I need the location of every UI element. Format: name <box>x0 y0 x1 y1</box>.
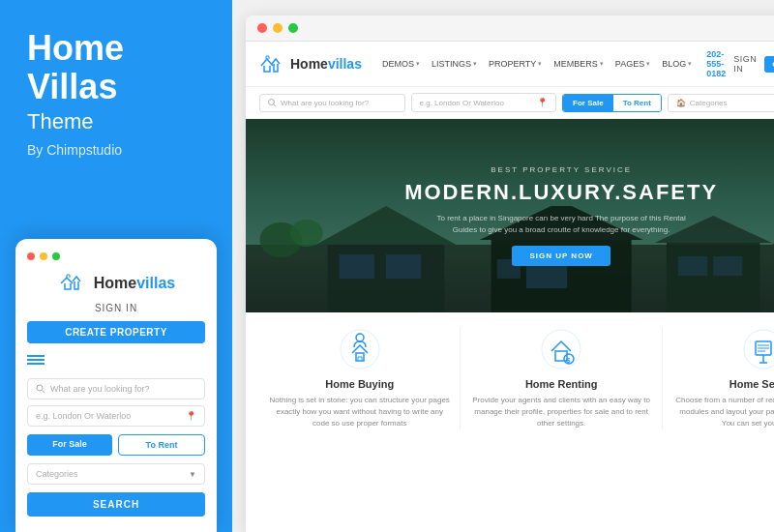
mobile-search-button[interactable]: SEARCH <box>27 492 205 517</box>
chevron-down-icon: ▾ <box>600 60 604 68</box>
nav-demos[interactable]: DEMOS ▾ <box>377 56 425 72</box>
mobile-create-property-button[interactable]: CREATE PROPERTY <box>27 321 205 343</box>
browser-minimize-dot[interactable] <box>273 23 283 33</box>
hero-cta-button[interactable]: SIGN UP NOW <box>512 246 610 266</box>
chevron-down-icon: ▾ <box>416 60 420 68</box>
for-sale-tab[interactable]: For Sale <box>563 95 613 111</box>
mobile-search-input[interactable]: What are you looking for? <box>27 378 205 399</box>
chevron-down-icon: ▼ <box>189 470 196 479</box>
browser-window: Homevillas DEMOS ▾ LISTINGS ▾ PROPERTY ▾… <box>246 15 774 532</box>
theme-title: HomeVillas <box>27 29 205 105</box>
feature-renting-title: Home Renting <box>525 378 598 390</box>
cat-icon: 🏠 <box>676 99 686 107</box>
feature-home-buying: Home Buying Nothing is set in stone: you… <box>259 328 461 429</box>
svg-line-1 <box>43 391 45 394</box>
home-selling-icon <box>742 328 774 370</box>
nav-listings[interactable]: LISTINGS ▾ <box>427 56 482 72</box>
signin-link[interactable]: SIGN IN <box>733 54 757 74</box>
sale-rent-tab-group: For Sale To Rent <box>562 94 662 112</box>
home-renting-icon: $ <box>540 328 582 370</box>
nav-links: DEMOS ▾ LISTINGS ▾ PROPERTY ▾ MEMBERS ▾ … <box>377 56 697 72</box>
browser-titlebar <box>246 15 774 42</box>
features-section: Home Buying Nothing is set in stone: you… <box>246 312 774 439</box>
window-dots <box>27 252 205 260</box>
nav-members[interactable]: MEMBERS ▾ <box>549 56 609 72</box>
site-navbar: Homevillas DEMOS ▾ LISTINGS ▾ PROPERTY ▾… <box>246 42 774 87</box>
phone-number: 202-555-0182 <box>706 49 726 78</box>
svg-text:$: $ <box>567 357 571 365</box>
mobile-to-rent-tab[interactable]: To Rent <box>118 434 205 456</box>
browser-close-dot[interactable] <box>257 23 267 33</box>
site-logo-text: Homevillas <box>290 56 362 72</box>
hero-section: BEST PROPERTY SERVICE MODERN.LUXURY.SAFE… <box>246 119 774 312</box>
to-rent-tab[interactable]: To Rent <box>613 95 661 111</box>
svg-point-30 <box>744 330 774 369</box>
nav-right: 202-555-0182 SIGN IN CREATE PROPERTY <box>706 49 774 78</box>
svg-point-26 <box>542 330 580 369</box>
mobile-search-placeholder: What are you looking for? <box>50 384 150 394</box>
mobile-mockup: Homevillas SIGN IN CREATE PROPERTY What … <box>15 239 217 532</box>
feature-selling-desc: Choose from a number of redesigned Page … <box>672 395 774 429</box>
close-dot <box>27 252 35 260</box>
mobile-categories-label: Categories <box>36 469 78 479</box>
svg-point-24 <box>356 334 364 341</box>
feature-buying-desc: Nothing is set in stone: you can structu… <box>269 395 450 429</box>
mobile-location-input[interactable]: e.g. London Or Waterloo 📍 <box>27 405 205 427</box>
mobile-logo-text: Homevillas <box>94 275 175 292</box>
chevron-down-icon: ▾ <box>646 60 650 68</box>
chevron-down-icon: ▾ <box>473 60 477 68</box>
location-pin-icon: 📍 <box>186 411 196 421</box>
svg-point-2 <box>269 99 275 104</box>
categories-label: Categories <box>690 99 728 107</box>
home-buying-icon <box>339 328 381 370</box>
theme-by: By Chimpstudio <box>27 142 205 158</box>
mobile-for-sale-tab[interactable]: For Sale <box>27 434 112 456</box>
browser-maximize-dot[interactable] <box>288 23 298 33</box>
mobile-categories-select[interactable]: Categories ▼ <box>27 463 205 485</box>
mobile-sale-rent-tabs: For Sale To Rent <box>27 434 205 456</box>
site-search-input[interactable]: What are you looking for? <box>259 94 405 112</box>
mobile-signin-label: SIGN IN <box>27 303 205 313</box>
hamburger-icon[interactable] <box>27 353 45 367</box>
right-panel: Homevillas DEMOS ▾ LISTINGS ▾ PROPERTY ▾… <box>232 0 774 532</box>
categories-select[interactable]: 🏠 Categories ▼ <box>668 94 774 112</box>
mobile-location-placeholder: e.g. London Or Waterloo <box>36 411 131 421</box>
chevron-down-icon: ▾ <box>538 60 542 68</box>
svg-point-0 <box>37 385 43 391</box>
site-logo[interactable]: Homevillas <box>259 54 362 74</box>
create-property-button[interactable]: CREATE PROPERTY <box>764 56 774 73</box>
left-panel: HomeVillas Theme By Chimpstudio Homevill… <box>0 0 232 532</box>
nav-pages[interactable]: PAGES ▾ <box>610 56 655 72</box>
hero-description: To rent a place in Singapore can be very… <box>426 213 697 236</box>
site-search-placeholder: What are you looking for? <box>281 99 369 107</box>
hero-title: MODERN.LUXURY.SAFETY <box>404 180 718 205</box>
svg-point-23 <box>341 330 379 369</box>
feature-selling-title: Home Selling <box>729 378 774 390</box>
nav-property[interactable]: PROPERTY ▾ <box>484 56 547 72</box>
search-bar: What are you looking for? e.g. London Or… <box>246 87 774 119</box>
svg-line-3 <box>274 103 276 105</box>
feature-buying-title: Home Buying <box>325 378 394 390</box>
location-icon: 📍 <box>537 98 548 107</box>
feature-home-selling: Home Selling Choose from a number of red… <box>663 328 774 429</box>
maximize-dot <box>52 252 60 260</box>
chevron-down-icon: ▾ <box>688 60 692 68</box>
minimize-dot <box>40 252 47 260</box>
nav-blog[interactable]: BLOG ▾ <box>657 56 697 72</box>
feature-home-renting: $ Home Renting Provide your agents and c… <box>461 328 662 429</box>
home-villas-icon <box>57 270 88 297</box>
mobile-logo: Homevillas <box>27 270 205 297</box>
site-location-input[interactable]: e.g. London Or Waterloo 📍 <box>411 93 557 112</box>
site-location-placeholder: e.g. London Or Waterloo <box>420 99 504 107</box>
feature-renting-desc: Provide your agents and clients with an … <box>470 395 651 429</box>
theme-subtitle: Theme <box>27 109 205 134</box>
hero-badge: BEST PROPERTY SERVICE <box>491 165 632 174</box>
hero-content: BEST PROPERTY SERVICE MODERN.LUXURY.SAFE… <box>246 119 774 312</box>
